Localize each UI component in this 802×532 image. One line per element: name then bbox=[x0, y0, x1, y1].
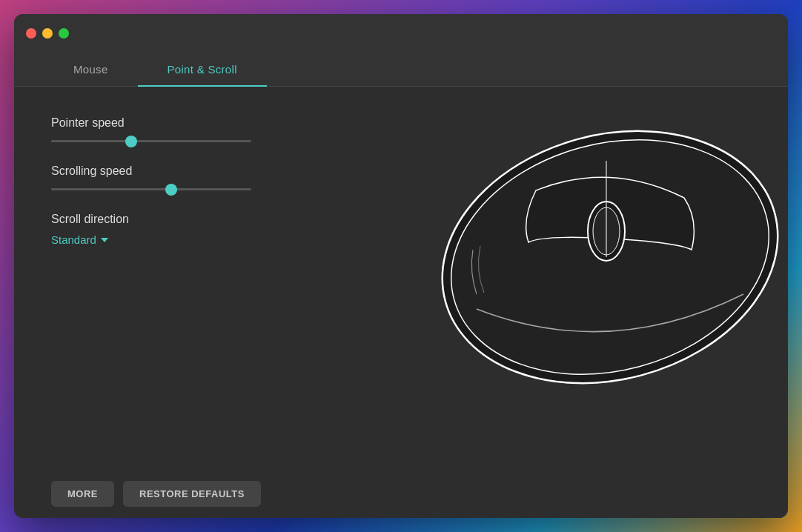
pointer-speed-label: Pointer speed bbox=[51, 116, 259, 130]
scrolling-speed-slider-wrapper bbox=[51, 188, 251, 190]
scrolling-speed-track bbox=[51, 188, 251, 190]
scrolling-speed-thumb[interactable] bbox=[165, 184, 177, 196]
pointer-speed-track bbox=[51, 140, 251, 142]
tab-point-scroll[interactable]: Point & Scroll bbox=[138, 53, 267, 86]
main-content: Pointer speed Scrolling speed Scro bbox=[14, 87, 788, 466]
maximize-button[interactable] bbox=[59, 28, 69, 39]
restore-defaults-button[interactable]: RESTORE DEFAULTS bbox=[123, 481, 261, 507]
scrolling-speed-label: Scrolling speed bbox=[51, 164, 259, 178]
tab-mouse[interactable]: Mouse bbox=[44, 53, 138, 86]
scroll-direction-group: Scroll direction Standard bbox=[51, 213, 259, 246]
titlebar bbox=[14, 14, 788, 53]
pointer-speed-slider-wrapper bbox=[51, 140, 251, 142]
mouse-illustration: logitech bbox=[417, 102, 788, 413]
minimize-button[interactable] bbox=[42, 28, 53, 39]
tab-bar: Mouse Point & Scroll bbox=[14, 53, 788, 87]
left-panel: Pointer speed Scrolling speed Scro bbox=[14, 87, 296, 466]
scroll-direction-value-text: Standard bbox=[51, 233, 96, 246]
app-window: Mouse Point & Scroll Pointer speed Scrol… bbox=[14, 14, 788, 518]
scrolling-speed-group: Scrolling speed bbox=[51, 164, 259, 190]
traffic-lights bbox=[26, 28, 69, 39]
mouse-illustration-panel: logitech bbox=[296, 87, 788, 466]
chevron-down-icon bbox=[101, 238, 108, 242]
scroll-direction-label: Scroll direction bbox=[51, 213, 259, 226]
close-button[interactable] bbox=[26, 28, 36, 39]
more-button[interactable]: MORE bbox=[51, 481, 114, 507]
button-bar: MORE RESTORE DEFAULTS bbox=[14, 466, 788, 518]
scroll-direction-dropdown[interactable]: Standard bbox=[51, 233, 259, 246]
pointer-speed-group: Pointer speed bbox=[51, 116, 259, 142]
pointer-speed-thumb[interactable] bbox=[125, 136, 137, 147]
